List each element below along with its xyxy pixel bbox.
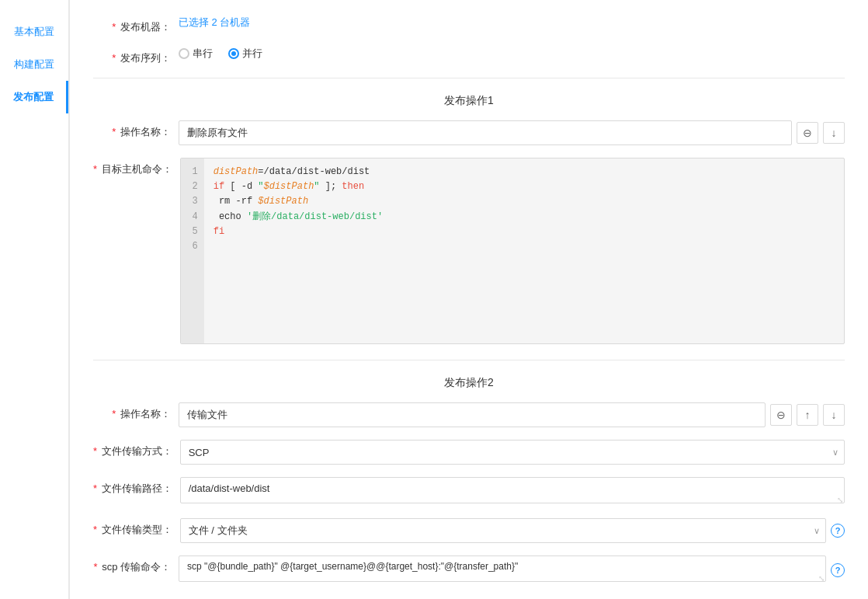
section2-scp-input[interactable]: scp "@{bundle_path}" @{target_username}@… (179, 555, 826, 582)
minus-icon: ⊖ (803, 127, 812, 139)
section1-code-editor[interactable]: 1 2 3 4 5 6 distPath=/data/dist-web/dist… (180, 158, 845, 344)
section2-transfer-method-label: * 文件传输方式： (93, 440, 180, 458)
section2-transfer-method-select-container: SCP ∨ (180, 440, 845, 465)
section2-up-btn[interactable]: ↑ (797, 404, 818, 426)
sequence-label: * 发布序列： (93, 47, 179, 65)
divider-section2 (93, 360, 845, 360)
section2-transfer-path-row: * 文件传输路径： /data/dist-web/dist ⤡ (93, 477, 845, 506)
resize-icon-2: ⤡ (818, 574, 825, 583)
section2-transfer-type-text: 文件 / 文件夹 (189, 524, 248, 538)
section2-transfer-method-text: SCP (189, 447, 210, 458)
section2-transfer-method-value: SCP ∨ (180, 440, 845, 465)
down-arrow-icon-2: ↓ (832, 409, 837, 421)
scp-help-icon[interactable]: ? (831, 563, 845, 577)
section1-operation-value: ⊖ ↓ (179, 120, 845, 145)
section2: 发布操作2 * 操作名称： ⊖ ↑ ↓ (93, 368, 845, 584)
section1-code-content[interactable]: distPath=/data/dist-web/dist if [ -d "$d… (204, 158, 844, 343)
section2-title: 发布操作2 (93, 368, 845, 402)
section2-scp-label: * scp 传输命令： (93, 555, 179, 574)
minus-icon-2: ⊖ (776, 409, 786, 421)
machine-row: * 发布机器： 已选择 2 台机器 (93, 16, 845, 34)
sidebar: 基本配置 构建配置 发布配置 (0, 0, 70, 599)
section1-operation-input-group: ⊖ ↓ (179, 120, 845, 145)
sidebar-item-publish[interactable]: 发布配置 (0, 81, 68, 113)
section1-remove-btn[interactable]: ⊖ (797, 122, 818, 144)
sidebar-item-build[interactable]: 构建配置 (0, 48, 68, 81)
section1-operation-row: * 操作名称： ⊖ ↓ (93, 120, 845, 145)
divider-top (93, 78, 845, 78)
section1-operation-input[interactable] (179, 120, 792, 145)
radio-parallel-circle (228, 48, 239, 59)
radio-serial-label: 串行 (193, 47, 213, 61)
section2-operation-value: ⊖ ↑ ↓ (179, 402, 845, 427)
section2-operation-row: * 操作名称： ⊖ ↑ ↓ (93, 402, 845, 427)
radio-parallel[interactable]: 并行 (228, 47, 262, 61)
section2-transfer-path-input[interactable]: /data/dist-web/dist (180, 477, 845, 503)
section2-scp-value: scp "@{bundle_path}" @{target_username}@… (179, 555, 845, 584)
section2-operation-label: * 操作名称： (93, 402, 179, 421)
section2-transfer-type-value: 文件 / 文件夹 ∨ ? (180, 518, 845, 543)
section1-command-value: 1 2 3 4 5 6 distPath=/data/dist-web/dist… (180, 158, 845, 344)
section2-transfer-type-select[interactable]: 文件 / 文件夹 (180, 518, 826, 543)
section2-transfer-path-label: * 文件传输路径： (93, 477, 180, 496)
section1-command-label: * 目标主机命令： (93, 158, 180, 176)
section2-down-btn[interactable]: ↓ (823, 404, 845, 426)
section1-title: 发布操作1 (93, 86, 845, 120)
section2-transfer-type-select-container: 文件 / 文件夹 ∨ (180, 518, 826, 543)
machine-label: * 发布机器： (93, 16, 179, 34)
section2-scp-wrapper: scp "@{bundle_path}" @{target_username}@… (179, 555, 826, 584)
radio-parallel-label: 并行 (242, 47, 262, 61)
radio-serial-circle (179, 48, 189, 59)
section1-down-btn[interactable]: ↓ (823, 122, 845, 144)
section1-operation-label: * 操作名称： (93, 120, 179, 139)
machine-value-area: 已选择 2 台机器 (179, 16, 845, 30)
machine-link[interactable]: 已选择 2 台机器 (179, 16, 250, 30)
section2-transfer-type-label: * 文件传输类型： (93, 518, 180, 537)
up-arrow-icon: ↑ (805, 409, 811, 421)
main-content: * 发布机器： 已选择 2 台机器 * 发布序列： 串行 并行 发 (70, 0, 868, 599)
section2-operation-input-group: ⊖ ↑ ↓ (179, 402, 845, 427)
section2-operation-input[interactable] (179, 402, 766, 427)
sequence-value-area: 串行 并行 (179, 47, 845, 61)
down-arrow-icon: ↓ (832, 127, 837, 139)
section2-transfer-path-wrapper: /data/dist-web/dist ⤡ (180, 477, 845, 506)
section1-line-numbers: 1 2 3 4 5 6 (181, 158, 204, 343)
sequence-radio-group: 串行 并行 (179, 47, 262, 61)
transfer-type-help-icon[interactable]: ? (831, 524, 845, 538)
radio-serial[interactable]: 串行 (179, 47, 213, 61)
resize-icon: ⤡ (837, 496, 843, 504)
section2-transfer-type-row: * 文件传输类型： 文件 / 文件夹 ∨ ? (93, 518, 845, 543)
section2-transfer-path-value: /data/dist-web/dist ⤡ (180, 477, 845, 506)
section2-remove-btn[interactable]: ⊖ (770, 404, 792, 426)
section1-command-row: * 目标主机命令： 1 2 3 4 5 6 distPath=/data/dis… (93, 158, 845, 344)
section2-scp-row: * scp 传输命令： scp "@{bundle_path}" @{targe… (93, 555, 845, 584)
sidebar-item-basic[interactable]: 基本配置 (0, 16, 68, 48)
section1: 发布操作1 * 操作名称： ⊖ ↓ * 目标主机命 (93, 86, 845, 344)
section2-transfer-method-select[interactable]: SCP (180, 440, 845, 465)
section2-transfer-method-row: * 文件传输方式： SCP ∨ (93, 440, 845, 465)
sequence-row: * 发布序列： 串行 并行 (93, 47, 845, 65)
